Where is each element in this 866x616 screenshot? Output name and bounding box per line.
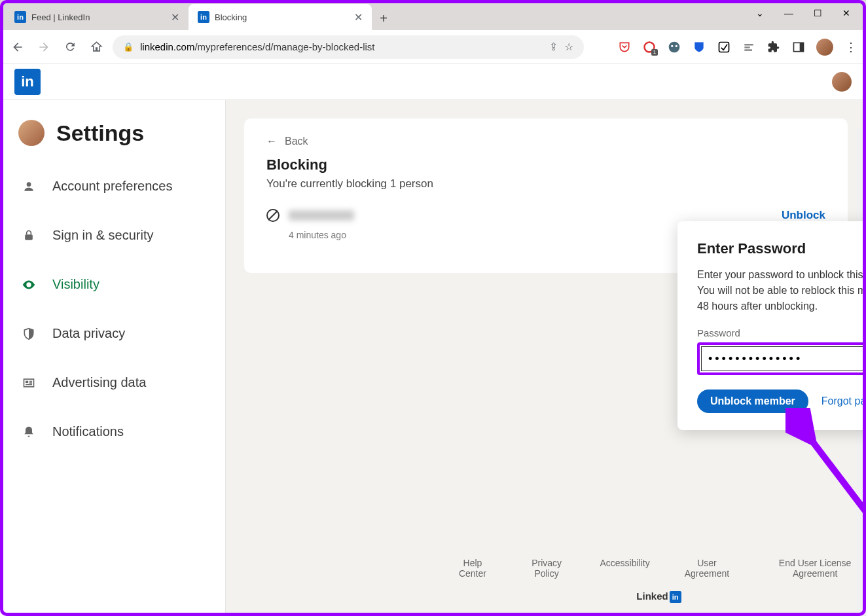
eye-icon — [21, 278, 37, 292]
sidebar-item-data-privacy[interactable]: Data privacy — [0, 309, 225, 358]
svg-rect-11 — [25, 234, 33, 240]
bitwarden-extension-icon[interactable] — [692, 40, 706, 54]
sidepanel-icon[interactable] — [791, 40, 806, 54]
user-avatar[interactable] — [832, 72, 852, 92]
blocked-member-name — [289, 210, 354, 221]
svg-point-1 — [669, 41, 680, 52]
password-label: Password — [697, 327, 866, 338]
footer-link-accessibility[interactable]: Accessibility — [600, 558, 649, 579]
unblock-member-button[interactable]: Unblock member — [697, 390, 808, 413]
bookmark-star-icon[interactable]: ☆ — [564, 41, 573, 53]
arrow-left-icon: ← — [266, 136, 277, 147]
window-dropdown-icon[interactable]: ⌄ — [753, 7, 767, 20]
svg-rect-13 — [26, 380, 28, 382]
unblock-link[interactable]: Unblock — [782, 209, 825, 222]
modal-title: Enter Password — [697, 240, 806, 257]
password-input[interactable] — [701, 346, 866, 371]
card-subtitle: You're currently blocking 1 person — [266, 177, 825, 190]
tab-title: Blocking — [215, 12, 247, 22]
extensions-puzzle-icon[interactable] — [767, 40, 781, 54]
nav-label: Advertising data — [52, 375, 146, 390]
svg-rect-9 — [800, 43, 804, 51]
pocket-extension-icon[interactable] — [617, 40, 632, 54]
newspaper-icon — [21, 376, 37, 390]
enter-password-modal: Enter Password ✕ Enter your password to … — [677, 221, 866, 430]
bell-icon — [21, 426, 37, 439]
svg-rect-7 — [744, 49, 752, 51]
person-icon — [21, 180, 37, 193]
window-maximize-icon[interactable]: ☐ — [811, 7, 824, 20]
main-content: ← Back Blocking You're currently blockin… — [226, 64, 866, 616]
window-minimize-icon[interactable]: — — [782, 7, 795, 20]
lock-icon — [21, 229, 37, 242]
svg-point-2 — [671, 45, 673, 46]
profile-avatar[interactable] — [816, 39, 833, 56]
reload-icon[interactable] — [60, 37, 80, 57]
window-controls: ⌄ — ☐ ✕ — [753, 7, 853, 20]
browser-menu-icon[interactable]: ⋮ — [844, 40, 858, 54]
block-icon — [266, 209, 280, 222]
sidebar-item-account-preferences[interactable]: Account preferences — [0, 162, 225, 211]
footer-link-user-agreement[interactable]: User Agreement — [679, 558, 736, 579]
extension-icon[interactable] — [667, 40, 681, 54]
extension-icon[interactable] — [717, 40, 731, 54]
page-content: in Settings Account preferences Sign in … — [0, 64, 866, 616]
forgot-password-link[interactable]: Forgot password — [821, 395, 866, 407]
svg-rect-6 — [744, 46, 749, 48]
settings-sidebar: Settings Account preferences Sign in & s… — [0, 64, 226, 616]
browser-tab-feed[interactable]: in Feed | LinkedIn ✕ — [5, 4, 189, 30]
footer-link-help[interactable]: Help Center — [452, 558, 494, 579]
url-text: linkedin.com/mypreferences/d/manage-by-b… — [140, 41, 543, 52]
card-title: Blocking — [266, 156, 825, 173]
page-footer: Help Center Privacy Policy Accessibility… — [452, 558, 866, 603]
svg-point-3 — [676, 45, 677, 46]
browser-toolbar: 🔒 linkedin.com/mypreferences/d/manage-by… — [0, 30, 866, 64]
page-title: Settings — [56, 120, 144, 146]
linkedin-favicon-icon: in — [14, 11, 26, 23]
modal-description: Enter your password to unblock this memb… — [697, 267, 866, 314]
svg-rect-5 — [744, 44, 753, 46]
nav-forward-icon[interactable] — [34, 37, 54, 57]
nav-label: Notifications — [52, 424, 124, 439]
linkedin-logo-icon[interactable]: in — [14, 69, 41, 95]
extension-icon[interactable] — [742, 40, 756, 54]
password-highlight — [697, 342, 866, 375]
home-icon[interactable] — [86, 37, 106, 57]
footer-link-eula[interactable]: End User License Agreement — [764, 558, 866, 579]
extension-icon[interactable]: 1 — [642, 40, 657, 54]
sidebar-item-signin-security[interactable]: Sign in & security — [0, 211, 225, 260]
sidebar-item-advertising-data[interactable]: Advertising data — [0, 358, 225, 407]
footer-link-privacy[interactable]: Privacy Policy — [522, 558, 571, 579]
tab-close-icon[interactable]: ✕ — [171, 11, 179, 24]
back-label: Back — [285, 136, 308, 147]
linkedin-topbar: in — [0, 64, 866, 100]
linkedin-favicon-icon: in — [198, 11, 209, 23]
nav-label: Sign in & security — [52, 228, 154, 243]
nav-label: Visibility — [52, 277, 99, 292]
shield-icon — [21, 327, 37, 340]
nav-label: Data privacy — [52, 326, 125, 341]
svg-point-10 — [27, 182, 31, 187]
sidebar-item-visibility[interactable]: Visibility — [0, 260, 225, 309]
browser-tabbar: in Feed | LinkedIn ✕ in Blocking ✕ + — [0, 0, 866, 30]
back-button[interactable]: ← Back — [266, 136, 825, 147]
svg-rect-12 — [24, 379, 34, 387]
share-icon[interactable]: ⇪ — [549, 41, 558, 53]
nav-label: Account preferences — [52, 179, 172, 194]
new-tab-button[interactable]: + — [372, 7, 395, 30]
window-close-icon[interactable]: ✕ — [840, 7, 853, 20]
url-bar[interactable]: 🔒 linkedin.com/mypreferences/d/manage-by… — [113, 35, 584, 59]
browser-tab-blocking[interactable]: in Blocking ✕ — [189, 4, 372, 30]
tab-title: Feed | LinkedIn — [31, 12, 90, 22]
sidebar-item-notifications[interactable]: Notifications — [0, 407, 225, 456]
nav-back-icon[interactable] — [8, 37, 27, 57]
lock-icon: 🔒 — [123, 42, 134, 52]
footer-logo: Linkedin — [452, 590, 866, 603]
tab-close-icon[interactable]: ✕ — [354, 11, 363, 24]
user-avatar — [18, 120, 45, 146]
svg-rect-4 — [719, 42, 729, 52]
